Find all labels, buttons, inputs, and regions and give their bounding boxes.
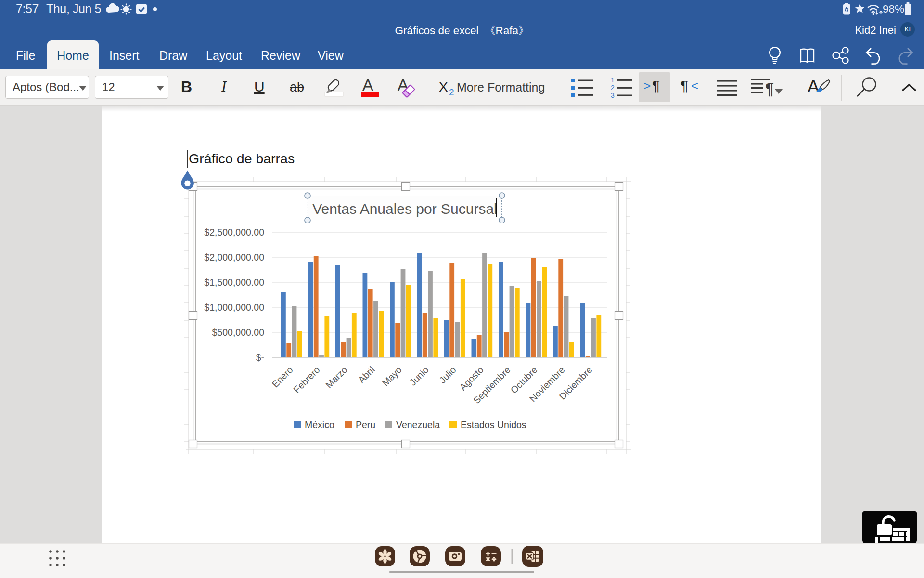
svg-text:$2,500,000.00: $2,500,000.00	[204, 227, 264, 237]
svg-text:$-: $-	[256, 352, 264, 363]
svg-text:Estados Unidos: Estados Unidos	[461, 420, 526, 430]
svg-text:3: 3	[611, 92, 615, 99]
svg-text:1: 1	[611, 76, 615, 84]
svg-text:2: 2	[611, 84, 615, 92]
svg-text:Ventas Anuales por Sucursal: Ventas Anuales por Sucursal	[312, 201, 497, 217]
svg-text:$1,500,000.00: $1,500,000.00	[204, 277, 264, 288]
svg-text:$500,000.00: $500,000.00	[212, 327, 265, 338]
svg-text:$1,000,000.00: $1,000,000.00	[204, 302, 264, 313]
svg-text:Peru: Peru	[356, 420, 375, 430]
svg-text:$2,000,000.00: $2,000,000.00	[204, 252, 264, 263]
svg-text:¶: ¶	[765, 79, 774, 98]
svg-text:98%: 98%	[883, 3, 904, 15]
svg-text:A: A	[808, 77, 819, 96]
svg-text:Venezuela: Venezuela	[396, 420, 440, 430]
svg-text:México: México	[305, 420, 334, 430]
